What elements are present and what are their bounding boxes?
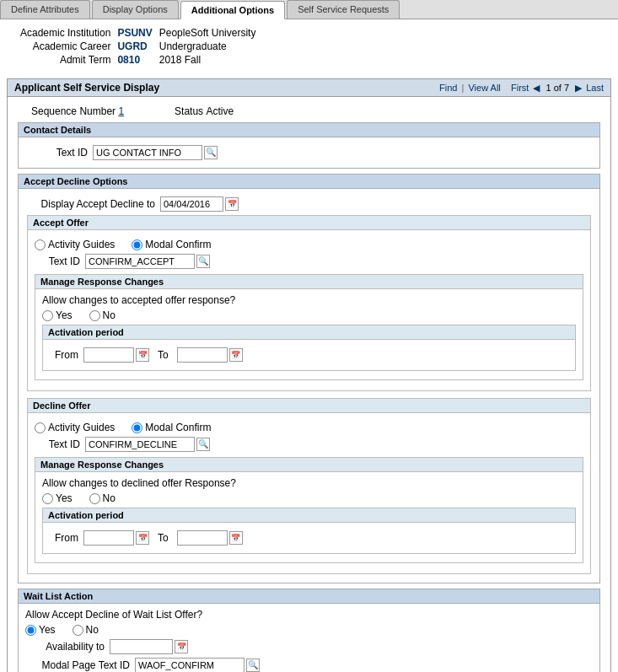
view-all-link[interactable]: View All <box>468 83 500 93</box>
wait-list-body: Allow Accept Decline of Wait List Offer?… <box>19 604 599 672</box>
tab-display-options[interactable]: Display Options <box>92 0 179 19</box>
decline-allow-yes-option[interactable]: Yes <box>42 492 73 504</box>
accept-decline-section: Accept Decline Options Display Accept De… <box>18 174 600 583</box>
academic-career-label: Academic Career <box>17 40 114 53</box>
wait-list-header: Wait List Action <box>19 589 599 604</box>
wait-list-section: Wait List Action Allow Accept Decline of… <box>18 589 600 672</box>
first-link[interactable]: First <box>511 83 529 93</box>
accept-manage-response-section: Manage Response Changes Allow changes to… <box>35 274 583 380</box>
accept-allow-yes-radio[interactable] <box>42 310 53 321</box>
accept-text-id-search-icon[interactable]: 🔍 <box>196 255 210 268</box>
last-link[interactable]: Last <box>586 83 604 93</box>
decline-to-input[interactable] <box>177 530 228 546</box>
accept-offer-section: Accept Offer Activity Guides Modal Confi… <box>27 215 591 391</box>
availability-row: Availability to 📅 <box>25 639 593 654</box>
decline-offer-radio-group: Activity Guides Modal Confirm <box>35 422 583 433</box>
tab-define-attributes[interactable]: Define Attributes <box>0 0 90 19</box>
text-id-search-icon[interactable]: 🔍 <box>204 146 218 159</box>
accept-from-cal-icon[interactable]: 📅 <box>136 348 149 362</box>
admit-term-value: 2018 Fall <box>156 53 260 67</box>
decline-manage-response-section: Manage Response Changes Allow changes to… <box>35 457 583 563</box>
accept-activation-row: From 📅 To 📅 <box>50 347 568 363</box>
decline-activity-guides-radio[interactable] <box>35 422 46 433</box>
find-link[interactable]: Find <box>439 83 457 93</box>
accept-activity-guides-label: Activity Guides <box>48 239 115 250</box>
status-value: Active <box>206 105 234 117</box>
decline-activation-period-header: Activation period <box>43 508 575 523</box>
decline-offer-section: Decline Offer Activity Guides Modal Conf… <box>27 398 591 574</box>
modal-page-text-id-search-icon[interactable]: 🔍 <box>246 659 260 672</box>
accept-activity-guides-option[interactable]: Activity Guides <box>35 239 115 250</box>
decline-activation-period-body: From 📅 To 📅 <box>43 523 575 553</box>
decline-allow-no-option[interactable]: No <box>89 492 116 504</box>
accept-allow-no-option[interactable]: No <box>89 309 116 321</box>
display-accept-cal-icon[interactable]: 📅 <box>225 197 239 211</box>
text-id-row: Text ID 🔍 <box>25 145 593 160</box>
decline-modal-confirm-label: Modal Confirm <box>145 422 211 433</box>
wait-list-yes-option[interactable]: Yes <box>25 624 56 636</box>
sequence-number-label: Sequence Number <box>31 105 116 117</box>
accept-activity-guides-radio[interactable] <box>35 239 46 250</box>
decline-text-id-input[interactable] <box>85 437 195 452</box>
accept-modal-confirm-radio[interactable] <box>132 239 142 250</box>
text-id-input[interactable] <box>93 145 202 160</box>
wait-list-yes-radio[interactable] <box>25 625 36 636</box>
academic-institution-label: Academic Institution <box>17 26 114 40</box>
decline-from-cal-icon[interactable]: 📅 <box>136 531 149 545</box>
accept-to-cal-icon[interactable]: 📅 <box>229 348 243 362</box>
wait-list-allow-label: Allow Accept Decline of Wait List Offer? <box>25 609 593 621</box>
accept-activation-period-body: From 📅 To 📅 <box>43 340 575 370</box>
accept-modal-confirm-label: Modal Confirm <box>145 239 211 250</box>
accept-text-id-row: Text ID 🔍 <box>35 254 583 269</box>
tab-self-service-requests[interactable]: Self Service Requests <box>287 0 400 19</box>
modal-page-text-id-row: Modal Page Text ID 🔍 <box>25 658 593 672</box>
decline-manage-response-header: Manage Response Changes <box>35 458 583 472</box>
admit-term-code: 0810 <box>114 53 155 67</box>
wait-list-no-option[interactable]: No <box>73 624 99 636</box>
decline-to-label: To <box>158 532 169 544</box>
accept-allow-yes-label: Yes <box>56 309 73 321</box>
modal-page-text-id-input[interactable] <box>135 658 245 672</box>
accept-allow-no-radio[interactable] <box>89 310 100 321</box>
admit-term-label: Admit Term <box>17 53 114 67</box>
decline-allow-no-label: No <box>103 492 116 504</box>
text-id-label: Text ID <box>25 147 93 159</box>
decline-offer-body: Activity Guides Modal Confirm Text ID 🔍 <box>28 413 590 573</box>
applicant-panel-header: Applicant Self Service Display Find | Vi… <box>8 79 610 97</box>
prev-arrow[interactable]: ◀ <box>533 83 540 93</box>
availability-input[interactable] <box>110 639 173 654</box>
decline-from-input[interactable] <box>83 530 134 546</box>
accept-allow-yes-option[interactable]: Yes <box>42 309 73 321</box>
accept-text-id-input[interactable] <box>85 254 195 269</box>
applicant-panel-body: Sequence Number 1 Status Active Contact … <box>8 97 610 672</box>
decline-allow-label: Allow changes to declined offer Response… <box>42 477 576 489</box>
decline-allow-yes-label: Yes <box>56 492 73 504</box>
accept-modal-confirm-option[interactable]: Modal Confirm <box>132 239 211 250</box>
decline-from-label: From <box>50 532 83 544</box>
wait-list-no-radio[interactable] <box>73 625 83 636</box>
status-label: Status <box>175 105 203 117</box>
decline-allow-yes-radio[interactable] <box>42 493 53 504</box>
accept-decline-body: Display Accept Decline to 📅 Accept Offer… <box>19 189 599 583</box>
decline-to-cal-icon[interactable]: 📅 <box>229 531 243 545</box>
sequence-status-row: Sequence Number 1 Status Active <box>14 105 604 117</box>
availability-cal-icon[interactable]: 📅 <box>175 640 188 653</box>
decline-modal-confirm-radio[interactable] <box>132 422 142 433</box>
next-arrow[interactable]: ▶ <box>575 83 582 93</box>
accept-from-label: From <box>50 349 83 361</box>
decline-modal-confirm-option[interactable]: Modal Confirm <box>132 422 211 433</box>
accept-to-input[interactable] <box>177 347 228 363</box>
decline-text-id-search-icon[interactable]: 🔍 <box>196 438 210 451</box>
tab-additional-options[interactable]: Additional Options <box>180 1 285 19</box>
page-info: 1 of 7 <box>546 83 570 93</box>
display-accept-date-input[interactable] <box>160 196 223 212</box>
accept-activation-period-section: Activation period From 📅 To <box>42 325 576 371</box>
contact-details-body: Text ID 🔍 <box>19 137 599 168</box>
decline-activity-guides-option[interactable]: Activity Guides <box>35 422 115 433</box>
availability-label: Availability to <box>25 641 110 653</box>
academic-career-code: UGRD <box>114 40 155 53</box>
accept-from-input[interactable] <box>83 347 134 363</box>
decline-allow-no-radio[interactable] <box>89 493 100 504</box>
decline-activity-guides-label: Activity Guides <box>48 422 115 433</box>
sequence-number-value[interactable]: 1 <box>118 105 124 117</box>
